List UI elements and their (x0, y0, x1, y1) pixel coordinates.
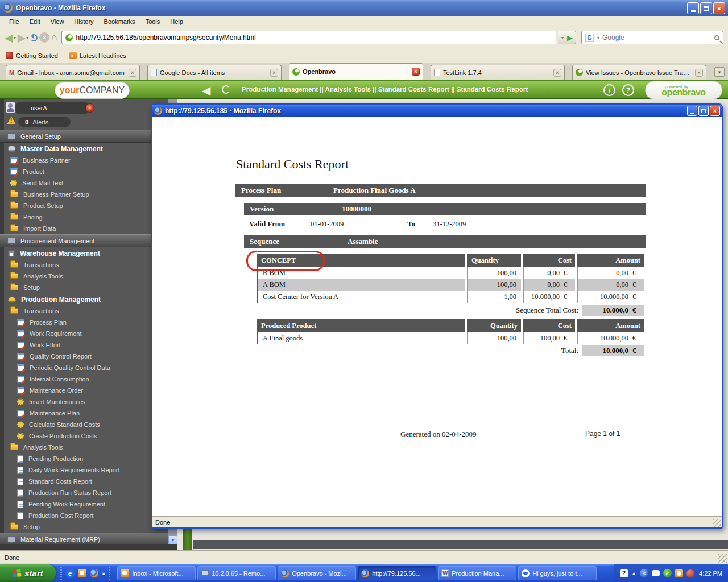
sidebar-item-standard-costs-report[interactable]: Standard Costs Report (0, 476, 168, 487)
red-ball-tray-icon[interactable] (686, 569, 694, 577)
sidebar-item-maintenance-plan[interactable]: Maintenance Plan (0, 408, 168, 419)
sidebar-item-import-data[interactable]: Import Data (0, 223, 168, 234)
tab-close-icon[interactable]: × (129, 69, 136, 77)
sidebar-item-quality-control-report[interactable]: Quality Control Report (0, 351, 168, 362)
search-input[interactable] (602, 34, 712, 41)
sidebar-item-pricing[interactable]: Pricing (0, 211, 168, 223)
logout-icon[interactable]: × (85, 103, 94, 113)
task-button-inbox[interactable]: Inbox - Microsoft... (117, 566, 196, 580)
address-bar[interactable] (61, 31, 556, 44)
sidebar-item-setup-production[interactable]: Setup (0, 521, 168, 533)
task-button-word[interactable]: W Production Mana... (438, 566, 516, 580)
sidebar-item-product[interactable]: Product (0, 166, 168, 177)
home-button[interactable]: ⌂ (51, 30, 57, 45)
forward-button[interactable]: ▶ ▾ (18, 30, 29, 45)
menu-history[interactable]: History (69, 17, 98, 26)
stop-button[interactable]: × (39, 30, 49, 45)
start-button[interactable]: start (0, 564, 56, 582)
task-button-openbravo[interactable]: Openbravo - Mozi... (278, 566, 356, 580)
sidebar-group-master-data-management[interactable]: Master Data Management (0, 143, 168, 155)
menu-file[interactable]: File (5, 17, 24, 26)
forward-dropdown-icon[interactable]: ▾ (26, 35, 28, 40)
tab-close-icon[interactable]: × (553, 69, 561, 77)
search-icon[interactable] (714, 35, 719, 40)
sidebar-item-pending-production[interactable]: Pending Production (0, 453, 168, 464)
sidebar-item-process-plan[interactable]: Process Plan (0, 317, 168, 328)
url-dropdown-icon[interactable]: ▾ (561, 35, 564, 40)
outlook-icon[interactable] (78, 569, 86, 577)
firefox-icon[interactable] (90, 569, 98, 577)
sidebar-section-general-setup[interactable]: General Setup (0, 130, 168, 143)
app-refresh-icon[interactable] (222, 85, 230, 94)
close-button[interactable]: × (713, 2, 725, 14)
sidebar-group-production-management[interactable]: Production Management (0, 293, 168, 305)
menu-tools[interactable]: Tools (141, 17, 165, 26)
tab-testlink[interactable]: TestLink 1.7.4 × (431, 65, 565, 80)
sidebar-item-pending-work-requirement[interactable]: Pending Work Requirement (0, 498, 168, 510)
sidebar-item-production-run-status-report[interactable]: Production Run Status Report (0, 487, 168, 498)
restore-button[interactable] (700, 2, 712, 14)
sidebar-section-material-requirement-mrp[interactable]: Material Requirement (MRP) (0, 533, 168, 544)
sidebar-item-maintenance-order[interactable]: Maintenance Order (0, 385, 168, 396)
back-button[interactable]: ◀ ▾ (5, 30, 16, 45)
tab-google-docs[interactable]: Google Docs - All items × (147, 65, 282, 80)
outlook-tray-icon[interactable] (675, 569, 683, 577)
scroll-down-icon[interactable]: ▼ (168, 535, 177, 544)
quick-launch-overflow-icon[interactable]: » (102, 570, 105, 577)
sidebar-item-analysis-tools-production[interactable]: Analysis Tools (0, 442, 168, 453)
sidebar-item-transactions[interactable]: Transactions (0, 259, 168, 271)
url-input[interactable] (76, 34, 552, 41)
task-button-report-popup[interactable]: http://79.125.56... (358, 566, 436, 580)
sidebar-item-work-effort[interactable]: Work Effort (0, 339, 168, 351)
browser-titlebar[interactable]: Openbravo - Mozilla Firefox × (0, 0, 728, 16)
sidebar-item-business-partner[interactable]: Business Partner (0, 155, 168, 166)
resize-grip[interactable] (713, 519, 721, 527)
info-icon[interactable]: i (603, 84, 615, 96)
tab-close-icon[interactable]: × (695, 69, 703, 77)
search-engine-dropdown-icon[interactable]: ▾ (597, 35, 599, 40)
go-button[interactable]: ▶ (567, 34, 573, 42)
sidebar-item-periodic-quality-control-data[interactable]: Periodic Quality Control Data (0, 362, 168, 373)
sidebar-item-send-mail-text[interactable]: Send Mail Text (0, 177, 168, 189)
help-icon[interactable]: ? (622, 84, 634, 96)
bookmark-getting-started[interactable]: Getting Started (6, 52, 58, 59)
tab-list-dropdown-icon[interactable]: ▾ (714, 67, 725, 77)
chat-bubble-icon[interactable] (652, 570, 660, 576)
menu-help[interactable]: Help (166, 17, 188, 26)
search-bar[interactable]: G ▾ (581, 31, 723, 44)
sidebar-item-work-requirement[interactable]: Work Requirement (0, 328, 168, 339)
clock[interactable]: 4:22 PM (699, 570, 722, 577)
help-tray-icon[interactable]: ? (620, 569, 628, 577)
sidebar-item-business-partner-setup[interactable]: Business Partner Setup (0, 189, 168, 200)
popup-maximize-button[interactable] (698, 106, 709, 116)
tab-close-icon[interactable]: × (270, 69, 278, 77)
tab-close-icon[interactable]: × (412, 68, 420, 76)
popup-titlebar[interactable]: http://79.125.56.185 - Mozilla Firefox × (152, 105, 722, 117)
task-button-remote-desktop[interactable]: 10.2.0.65 - Remo... (197, 566, 276, 580)
sidebar-section-procurement-management[interactable]: Procurement Management (0, 234, 168, 247)
messenger-tray-icon[interactable]: < (640, 569, 648, 577)
sidebar-item-internal-consumption[interactable]: Internal Consumption (0, 373, 168, 385)
tab-gmail[interactable]: M Gmail - Inbox - arun.somu@gmail.com × (6, 65, 140, 80)
popup-minimize-button[interactable] (687, 106, 697, 116)
menu-edit[interactable]: Edit (25, 17, 45, 26)
sidebar-group-warehouse-management[interactable]: Warehouse Management (0, 247, 168, 259)
app-back-icon[interactable]: ◀ (202, 84, 210, 97)
sidebar-item-production-cost-report[interactable]: Production Cost Report (0, 510, 168, 521)
sidebar-item-daily-work-requirements-report[interactable]: Daily Work Requirements Report (0, 464, 168, 476)
sidebar-item-calculate-standard-costs[interactable]: Calculate Standard Costs (0, 419, 168, 430)
sidebar-item-analysis-tools[interactable]: Analysis Tools (0, 271, 168, 282)
back-dropdown-icon[interactable]: ▾ (14, 35, 16, 40)
sidebar-item-transactions-production[interactable]: Transactions (0, 305, 168, 317)
resize-grip[interactable] (718, 554, 727, 563)
sidebar-item-product-setup[interactable]: Product Setup (0, 200, 168, 211)
reload-button[interactable] (30, 30, 38, 45)
tab-openbravo-active[interactable]: Openbravo × (289, 63, 423, 80)
sidebar-item-create-production-costs[interactable]: Create Production Costs (0, 430, 168, 442)
internet-explorer-icon[interactable]: e (65, 569, 75, 578)
antivirus-check-icon[interactable]: ✓ (663, 569, 672, 577)
popup-close-button[interactable]: × (710, 106, 720, 116)
minimize-button[interactable] (687, 2, 699, 14)
bookmark-latest-headlines[interactable]: Latest Headlines (69, 52, 126, 59)
tab-view-issues[interactable]: View Issues - Openbravo Issue Tracki... … (572, 65, 706, 80)
